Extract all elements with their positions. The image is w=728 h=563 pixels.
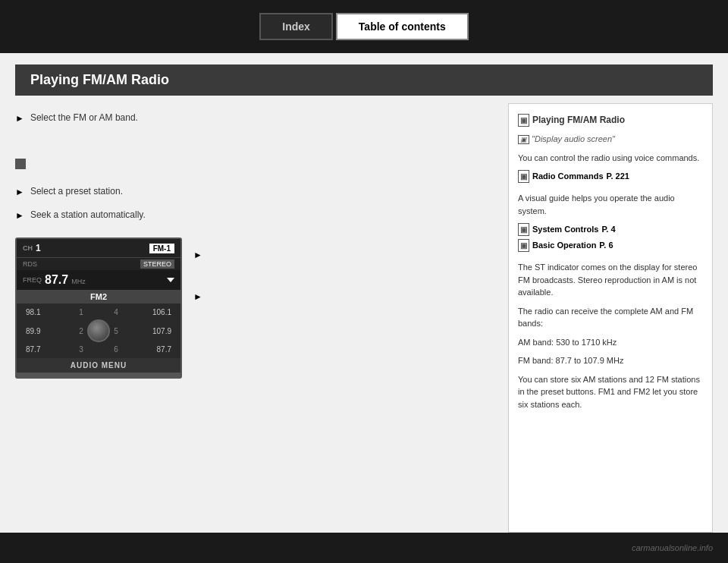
arrow-icon-3: ► (15, 209, 24, 222)
link-icon-3: ▣ (518, 239, 529, 252)
freq-unit: MHz (71, 278, 86, 285)
rds-label: RDS (23, 260, 37, 268)
index-button[interactable]: Index (259, 13, 333, 40)
voice-icon: ▣ (518, 135, 529, 144)
arrow-item-2: ► (193, 291, 209, 302)
toc-button[interactable]: Table of contents (336, 13, 469, 40)
info-panel: ▣ Playing FM/AM Radio ▣ "Display audio s… (508, 103, 713, 533)
info-icon: ▣ (518, 114, 529, 127)
bottom-bar (17, 373, 180, 377)
arrow-icon-4: ► (193, 250, 202, 260)
watermark: carmanualsonline.info (632, 543, 713, 552)
info-para-2: A visual guide helps you operate the aud… (518, 192, 703, 217)
preset-freq-2-right: 107.9 (122, 327, 174, 335)
arrow-icon-1: ► (15, 112, 24, 125)
content-body: ► Select the FM or AM band. ► Select a p… (0, 103, 728, 533)
preset-num-3: 3 (75, 345, 87, 354)
page-title: Playing FM/AM Radio (30, 72, 169, 87)
para4-text: The radio can receive the complete AM an… (518, 307, 693, 329)
preset-num-2: 2 (75, 327, 87, 335)
fm2-header: FM2 (17, 290, 180, 304)
rds-bar: RDS STEREO (17, 258, 180, 270)
radio-commands-link[interactable]: ▣ Radio Commands P. 221 (518, 170, 703, 183)
freq-value: 87.7 (45, 273, 68, 287)
voice-command: ▣ "Display audio screen" (518, 133, 703, 146)
freq-label: FREQ (23, 276, 42, 284)
link2-page: P. 4 (601, 223, 615, 236)
ch-label: CH (23, 244, 33, 252)
system-controls-link[interactable]: ▣ System Controls P. 4 (518, 223, 703, 236)
link1-page: P. 221 (607, 170, 629, 183)
info-para-3: The ST indicator comes on the display fo… (518, 261, 703, 299)
preset-freq-2-left: 89.9 (23, 327, 75, 335)
para5-text: You can store six AM stations and 12 FM … (518, 375, 700, 409)
link-icon-1: ▣ (518, 170, 529, 183)
arrow-icon-2: ► (15, 185, 24, 199)
info-para-5: You can store six AM stations and 12 FM … (518, 373, 703, 411)
stereo-badge: STEREO (140, 259, 174, 269)
bullet-item-3: ► Select a preset station. (15, 184, 497, 199)
preset-num-4: 4 (110, 308, 122, 316)
fm-badge: FM-1 (149, 244, 174, 253)
freq-bar: FREQ 87.7 MHz (17, 270, 180, 290)
radio-screen-area: CH 1 FM-1 RDS STEREO FREQ 87.7 (15, 237, 497, 379)
preset-num-1: 1 (75, 308, 87, 316)
bullet-text-1: Select the FM or AM band. (30, 111, 138, 124)
radio-ch: CH 1 (23, 243, 41, 253)
preset-row-2: 89.9 2 5 107.9 (20, 318, 177, 344)
tuning-knob (87, 319, 110, 342)
para3-text: The ST indicator comes on the display fo… (518, 263, 697, 297)
link2-text: System Controls (532, 223, 598, 236)
preset-freq-3-left: 87.7 (23, 345, 75, 354)
preset-rows: 98.1 1 4 106.1 89.9 2 (20, 307, 177, 355)
radio-display: CH 1 FM-1 RDS STEREO FREQ 87.7 (15, 237, 182, 379)
para1-text: You can control the radio using voice co… (518, 153, 699, 162)
main-content: Playing FM/AM Radio ► Select the FM or A… (0, 53, 728, 533)
page-header: Playing FM/AM Radio (15, 64, 713, 96)
preset-freq-1-right: 106.1 (122, 308, 174, 316)
link-icon-2: ▣ (518, 223, 529, 236)
info-para-1: You can control the radio using voice co… (518, 152, 703, 165)
bullet-item-2 (15, 157, 497, 169)
fm-band-text: FM band: 87.7 to 107.9 MHz (518, 356, 623, 365)
arrow-icon-5: ► (193, 291, 202, 302)
link1-text: Radio Commands (532, 170, 604, 183)
am-band-text: AM band: 530 to 1710 kHz (518, 338, 617, 347)
bullet-text-2: Select a preset station. (30, 184, 123, 198)
link3-text: Basic Operation (532, 239, 596, 252)
bullet-text-3: Seek a station automatically. (30, 208, 146, 222)
para2-text: A visual guide helps you operate the aud… (518, 193, 675, 215)
ch-value: 1 (36, 243, 41, 253)
preset-freq-1-left: 98.1 (23, 308, 75, 316)
info-title-text: Playing FM/AM Radio (532, 113, 625, 127)
basic-operation-link[interactable]: ▣ Basic Operation P. 6 (518, 239, 703, 252)
info-panel-title: ▣ Playing FM/AM Radio (518, 113, 703, 127)
top-nav: Index Table of contents (0, 0, 728, 53)
link3-page: P. 6 (599, 239, 613, 252)
bullet-item-1: ► Select the FM or AM band. (15, 111, 497, 125)
bottom-bar: carmanualsonline.info (0, 533, 728, 563)
freq-indicator (167, 278, 174, 282)
am-band: AM band: 530 to 1710 kHz (518, 336, 703, 349)
preset-num-5: 5 (110, 327, 122, 335)
left-column: ► Select the FM or AM band. ► Select a p… (15, 103, 497, 533)
preset-row-1: 98.1 1 4 106.1 (20, 307, 177, 318)
preset-freq-3-right: 87.7 (122, 345, 174, 354)
preset-grid: 98.1 1 4 106.1 89.9 2 (17, 304, 180, 358)
square-marker (15, 159, 26, 169)
info-para-4: The radio can receive the complete AM an… (518, 305, 703, 330)
preset-num-6: 6 (110, 345, 122, 354)
bullet-item-4: ► Seek a station automatically. (15, 208, 497, 222)
fm-band: FM band: 87.7 to 107.9 MHz (518, 354, 703, 367)
radio-top-bar: CH 1 FM-1 (17, 239, 180, 258)
right-arrows: ► ► (193, 249, 209, 310)
voice-cmd-text: "Display audio screen" (532, 134, 615, 143)
arrow-item-1: ► (193, 249, 209, 260)
audio-menu: AUDIO MENU (17, 358, 180, 373)
preset-row-3: 87.7 3 6 87.7 (20, 344, 177, 355)
